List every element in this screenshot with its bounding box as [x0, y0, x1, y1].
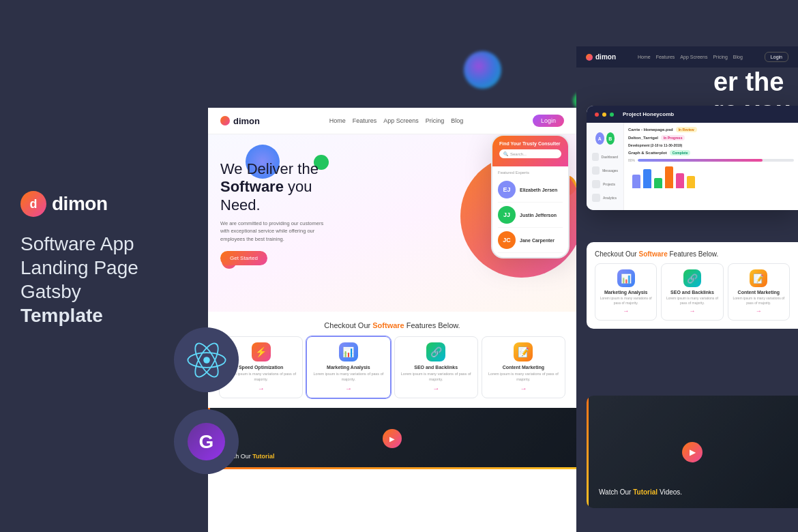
- dash-row-2: Delton_Tarrtgel In Progress: [628, 135, 794, 141]
- features-section: Checkout Our Software Features Below. ⚡ …: [208, 312, 576, 408]
- dash-body: A B Dashboard Messages Projects An: [587, 123, 798, 210]
- dash-title: Project Honeycomb: [623, 111, 674, 117]
- dash-tag-4: Complete: [670, 150, 691, 156]
- features-title: Checkout Our Software Features Below.: [219, 321, 565, 329]
- feature-card-3: 🔗 SEO and Backlinks Lorem ipsum is many …: [394, 336, 478, 398]
- tnp-login[interactable]: Login: [765, 52, 788, 62]
- person-1-name: Elizabeth Jersen: [520, 188, 557, 192]
- nav-pricing[interactable]: Pricing: [426, 117, 445, 124]
- fr-arrow-3: →: [733, 308, 785, 314]
- person-3-name: Jane Carpenter: [520, 238, 555, 243]
- right-hero-line1: er the: [713, 68, 784, 96]
- feature-card-2: 📊 Marketing Analysis Lorem ipsum is many…: [306, 336, 390, 398]
- fr-card-3: 📝 Content Marketing Lorem ipsum is many …: [728, 263, 790, 321]
- tagline-line1: Software App: [20, 233, 134, 254]
- dimon-logo-dot: [220, 116, 230, 125]
- main-preview: dimon Home Features App Screens Pricing …: [208, 0, 576, 532]
- fr-title-pre: Checkout Our: [595, 250, 638, 258]
- fr-name-1: Marketing Analysis: [600, 290, 652, 295]
- chart-bar-1: [632, 175, 640, 188]
- feature-desc-2: Lorem ipsum is many variations of pass o…: [311, 372, 385, 382]
- phone-item-3: JC Jane Carpenter: [498, 228, 563, 253]
- dash-name-1: Carrie - Homepage.psd: [628, 128, 673, 132]
- person-3-info: Jane Carpenter: [520, 238, 555, 243]
- dash-dot-green: [610, 113, 614, 117]
- hero-subtext: We are committed to providing our custom…: [220, 220, 329, 243]
- tagline: Software App Landing Page Gatsby Templat…: [20, 232, 188, 327]
- dash-header: Project Honeycomb: [587, 106, 798, 123]
- tnp-home[interactable]: Home: [638, 55, 651, 59]
- fr-icon-1: 📊: [617, 269, 635, 287]
- nav-home[interactable]: Home: [329, 117, 346, 124]
- react-icon: [186, 340, 227, 381]
- dashboard-card: Project Honeycomb A B Dashboard Messages: [587, 106, 798, 210]
- feature-arrow-1: →: [224, 385, 298, 392]
- tnp-pricing[interactable]: Pricing: [713, 55, 727, 59]
- fr-icon-2: 🔗: [683, 269, 701, 287]
- dash-menu-dashboard[interactable]: Dashboard: [590, 150, 620, 164]
- feature-arrow-3: →: [399, 385, 473, 392]
- brand-name: dimon: [52, 193, 108, 215]
- nav-app-screens[interactable]: App Screens: [383, 117, 419, 124]
- chart-bar-3: [654, 178, 662, 188]
- dash-menu-projects[interactable]: Projects: [590, 177, 620, 191]
- tnp-logo: dimon: [586, 53, 616, 61]
- feature-icon-3: 🔗: [426, 342, 445, 361]
- top-nav-preview: dimon Home Features App Screens Pricing …: [576, 46, 798, 68]
- avatar-2: JJ: [498, 206, 516, 224]
- nav-blog[interactable]: Blog: [451, 117, 463, 124]
- dash-row-4: Graph & Scatterplot Complete: [628, 150, 794, 156]
- dimon-nav: dimon Home Features App Screens Pricing …: [208, 108, 576, 134]
- phone-item-1: EJ Elizabeth Jersen: [498, 177, 563, 203]
- dash-menu-messages[interactable]: Messages: [590, 164, 620, 177]
- fr-card-1: 📊 Marketing Analysis Lorem ipsum is many…: [595, 263, 657, 321]
- dimon-nav-links: Home Features App Screens Pricing Blog: [329, 117, 464, 124]
- phone-item-2: JJ Justin Jefferson: [498, 203, 563, 228]
- phone-title: Find Your Trusty Consulter: [499, 141, 561, 146]
- featured-label: Featured Experts: [498, 171, 563, 175]
- tnp-app-screens[interactable]: App Screens: [680, 55, 707, 59]
- hero-cta-button[interactable]: Get Started: [220, 251, 267, 265]
- dash-sidebar: A B Dashboard Messages Projects An: [587, 123, 624, 210]
- fr-arrow-1: →: [600, 308, 652, 314]
- dash-menu-icon-2: [592, 166, 600, 175]
- react-badge: [174, 327, 239, 392]
- feature-name-3: SEO and Backlinks: [399, 365, 473, 370]
- svg-point-0: [203, 357, 210, 364]
- nav-features[interactable]: Features: [353, 117, 377, 124]
- person-2-name: Justin Jefferson: [520, 213, 557, 218]
- feature-desc-3: Lorem ipsum is many variations of pass o…: [399, 372, 473, 382]
- video-right-pre: Watch Our: [599, 488, 633, 496]
- hero-section: We Deliver theSoftware youNeed. We are c…: [208, 134, 576, 312]
- fr-desc-1: Lorem ipsum is many variations of pass o…: [600, 296, 652, 306]
- tnp-features[interactable]: Features: [656, 55, 675, 59]
- dash-dot-red: [595, 113, 599, 117]
- features-right: Checkout Our Software Features Below. 📊 …: [587, 242, 798, 329]
- dash-name-3: Development (2-10 to 11-30-2019): [628, 143, 682, 147]
- phone-search: 🔍 Search...: [499, 149, 561, 158]
- dash-row-1: Carrie - Homepage.psd In Review: [628, 127, 794, 132]
- video-right-bold: Tutorial: [633, 488, 657, 496]
- tnp-blog[interactable]: Blog: [733, 55, 743, 59]
- video-right-play-button[interactable]: ▶: [682, 442, 703, 462]
- features-title-pre: Checkout Our: [324, 321, 372, 329]
- dash-menu-analytics[interactable]: Analytics: [590, 191, 620, 205]
- phone-mockup: Find Your Trusty Consulter 🔍 Search... F…: [491, 134, 570, 258]
- gatsby-badge: G: [174, 409, 239, 474]
- chart-bar-5: [676, 173, 684, 188]
- dash-tag-1: In Review: [676, 127, 697, 132]
- feature-icon-4: 📝: [514, 342, 533, 361]
- feature-card-4: 📝 Content Marketing Lorem ipsum is many …: [482, 336, 565, 398]
- video-section: ▶ Watch Our Tutorial: [208, 408, 576, 469]
- dash-avatar-2: B: [606, 132, 615, 145]
- login-button[interactable]: Login: [533, 115, 564, 127]
- dash-menu-icon-1: [592, 153, 599, 161]
- feature-arrow-2: →: [311, 385, 385, 392]
- progress-bar: [638, 159, 794, 162]
- dash-name-4: Graph & Scatterplot: [628, 151, 667, 155]
- tagline-line2: Landing Page: [20, 257, 138, 278]
- dash-dot-yellow: [602, 113, 606, 117]
- logo-icon: d: [20, 191, 46, 217]
- feature-name-2: Marketing Analysis: [311, 365, 385, 370]
- right-panel: dimon Home Features App Screens Pricing …: [576, 0, 798, 532]
